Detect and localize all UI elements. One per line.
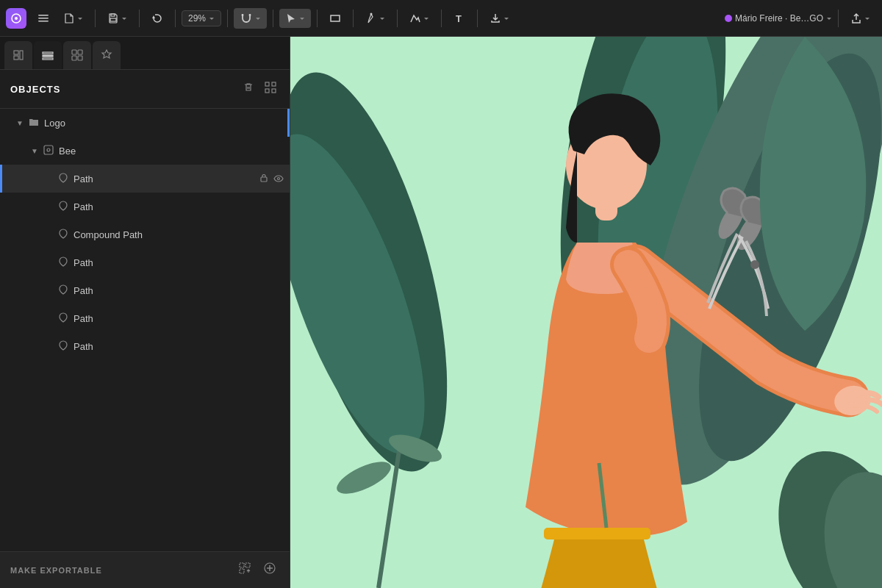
file-button[interactable] (57, 9, 89, 28)
hamburger-button[interactable] (32, 10, 54, 27)
tree-item-bee[interactable]: ▼ Bee (0, 137, 290, 165)
svg-rect-16 (43, 55, 53, 57)
export-add-btn[interactable] (260, 559, 279, 581)
bee-label: Bee (59, 146, 284, 157)
active-indicator (287, 109, 290, 137)
svg-rect-34 (240, 569, 244, 573)
layer-tree: ▼ Logo ▼ (0, 109, 290, 551)
main-toolbar: 29% (0, 0, 882, 37)
path-icon (57, 340, 69, 353)
tree-item-path4[interactable]: ▶ Path (0, 276, 290, 304)
svg-rect-19 (78, 50, 82, 54)
svg-rect-21 (78, 56, 82, 60)
canvas-area[interactable] (290, 37, 882, 588)
sep3 (175, 10, 176, 27)
tree-item-path6[interactable]: ▶ Path (0, 332, 290, 360)
objects-title: OBJECTS (10, 84, 60, 95)
path-icon (57, 173, 69, 185)
path5-label: Path (74, 313, 284, 324)
tab-symbols[interactable] (93, 41, 121, 69)
sep4 (227, 10, 228, 27)
path4-label: Path (74, 285, 284, 296)
path3-label: Path (74, 257, 284, 268)
sep9 (441, 10, 442, 27)
sep2 (139, 10, 140, 27)
lock-icon[interactable] (259, 173, 269, 185)
tree-item-path3[interactable]: ▶ Path (0, 248, 290, 276)
zoom-value: 29% (188, 13, 206, 24)
svg-rect-32 (240, 563, 244, 567)
path1-actions (259, 173, 284, 185)
tree-item-path1[interactable]: ▶ Path (0, 165, 290, 193)
save-button[interactable] (101, 9, 133, 28)
path-icon (57, 312, 69, 325)
svg-rect-2 (38, 15, 49, 16)
panel-tabs (0, 37, 290, 70)
tab-pages[interactable] (4, 41, 32, 69)
svg-rect-26 (265, 89, 269, 93)
export-button[interactable] (484, 9, 515, 28)
user-info: Mário Freire · Be…GO (725, 13, 832, 24)
vector-button[interactable] (404, 9, 435, 28)
magnet-button[interactable] (234, 8, 267, 29)
sep7 (353, 10, 354, 27)
svg-rect-25 (272, 82, 276, 86)
tab-assets[interactable] (63, 41, 91, 69)
export-actions (235, 559, 279, 581)
export-select-btn[interactable] (235, 559, 254, 581)
svg-point-60 (750, 260, 759, 269)
rectangle-button[interactable] (323, 9, 347, 28)
path1-label: Path (74, 173, 259, 184)
svg-rect-20 (72, 56, 76, 60)
tree-item-path5[interactable]: ▶ Path (0, 304, 290, 332)
svg-rect-61 (544, 528, 650, 539)
tree-item-logo[interactable]: ▼ Logo (0, 109, 290, 137)
tab-layers[interactable] (34, 41, 62, 69)
svg-rect-9 (331, 15, 340, 21)
eye-icon[interactable] (273, 173, 284, 185)
objects-header: OBJECTS (0, 70, 290, 109)
export-bar: MAKE EXPORTABLE (0, 551, 290, 588)
sep1 (95, 10, 96, 27)
main-area: OBJECTS (0, 37, 882, 588)
share-chevron (864, 15, 870, 21)
svg-point-31 (278, 177, 280, 179)
path-icon (57, 257, 69, 269)
sep5 (273, 10, 273, 27)
delete-button[interactable] (240, 79, 257, 99)
user-status-dot (725, 15, 732, 22)
svg-rect-6 (110, 18, 116, 21)
chevron-icon: ▼ (31, 147, 40, 155)
symbol-icon (43, 145, 54, 157)
tree-item-path2[interactable]: ▶ Path (0, 193, 290, 220)
user-chevron (826, 15, 832, 21)
select-button[interactable] (279, 9, 311, 28)
export-label: MAKE EXPORTABLE (10, 566, 102, 575)
objects-panel: OBJECTS (0, 70, 290, 551)
group-button[interactable] (262, 79, 279, 99)
svg-rect-33 (245, 563, 250, 567)
svg-rect-18 (72, 50, 76, 54)
folder-icon (28, 118, 40, 129)
svg-rect-13 (14, 56, 18, 60)
path2-label: Path (74, 201, 284, 212)
user-name-label: Mário Freire · Be…GO (735, 13, 823, 24)
svg-point-1 (15, 17, 18, 20)
pen-button[interactable] (359, 9, 391, 28)
tree-item-compound[interactable]: ▶ Compound Path (0, 220, 290, 248)
chevron-icon: ▼ (16, 119, 25, 127)
objects-actions (240, 79, 279, 99)
share-button[interactable] (845, 9, 876, 28)
svg-point-29 (47, 148, 50, 151)
svg-rect-12 (14, 51, 18, 54)
undo-button[interactable] (146, 9, 169, 28)
sep8 (397, 10, 398, 27)
sep11 (838, 10, 839, 27)
svg-point-10 (370, 12, 373, 15)
svg-rect-28 (44, 146, 53, 154)
path-icon (57, 284, 69, 297)
compound-label: Compound Path (74, 229, 284, 240)
svg-text:T: T (456, 13, 462, 24)
text-button[interactable]: T (448, 9, 471, 28)
compound-path-icon (57, 229, 69, 241)
